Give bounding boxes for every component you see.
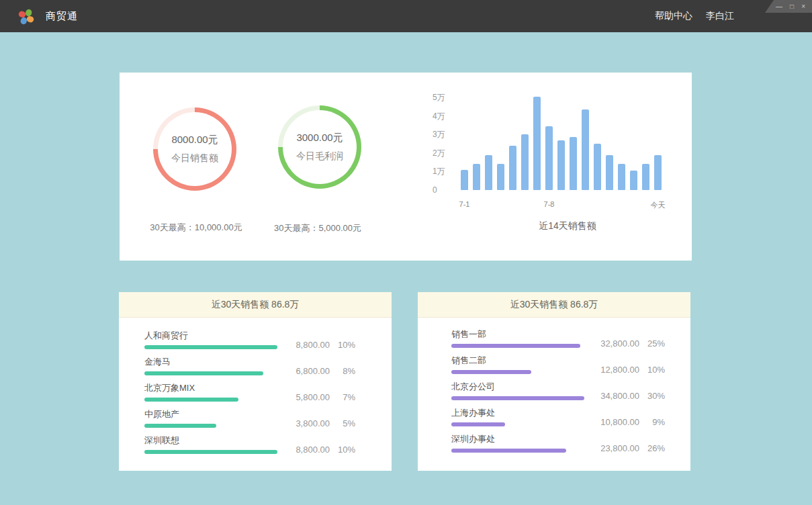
sales-bar	[557, 140, 565, 191]
rank-row: 北京万象MIX5,800.007%	[144, 383, 355, 409]
x-axis-label: 7-8	[544, 200, 555, 208]
titlebar: 商贸通 帮助中心 李白江 — □ ×	[0, 0, 812, 32]
rank-percent: 5%	[330, 418, 355, 428]
rank-values: 34,800.0030%	[592, 391, 665, 401]
customer-rank-list: 人和商贸行8,800.0010%金海马6,800.008%北京万象MIX5,80…	[119, 318, 392, 461]
rank-bar	[451, 370, 531, 374]
rank-bar	[144, 398, 238, 402]
customer-rank-card: 近30天销售额 86.8万 人和商贸行8,800.0010%金海马6,800.0…	[119, 292, 392, 471]
pinwheel-logo-icon	[17, 7, 35, 25]
rank-bar	[451, 396, 584, 400]
rank-values: 12,800.0010%	[592, 365, 665, 375]
rank-values: 6,800.008%	[283, 366, 355, 376]
today-profit-donut-center: 3000.00元 今日毛利润	[283, 110, 357, 184]
rank-amount: 23,800.00	[592, 443, 639, 453]
today-profit-value: 3000.00元	[296, 132, 343, 144]
sales-bar	[642, 164, 649, 190]
rank-amount: 10,800.00	[592, 417, 639, 427]
y-axis-tick: 0	[433, 185, 459, 195]
rank-row: 金海马6,800.008%	[144, 357, 355, 383]
maximize-button[interactable]: □	[790, 3, 794, 10]
app-title: 商贸通	[46, 0, 78, 32]
y-axis-tick: 4万	[433, 111, 459, 121]
rank-amount: 5,800.00	[283, 392, 330, 402]
rank-amount: 8,800.00	[283, 445, 330, 455]
rank-row: 人和商贸行8,800.0010%	[144, 330, 355, 357]
rank-percent: 30%	[639, 391, 665, 401]
minimize-button[interactable]: —	[776, 3, 782, 10]
rank-values: 5,800.007%	[283, 392, 355, 402]
rank-row: 销售二部12,800.0010%	[451, 355, 665, 381]
sales-bar	[582, 109, 589, 190]
bar-chart-caption: 近14天销售额	[539, 220, 596, 232]
sales-bar	[497, 164, 504, 190]
rank-row: 深圳办事处23,800.0026%	[451, 434, 665, 460]
sales-bar	[654, 155, 662, 190]
rank-percent: 9%	[639, 417, 665, 427]
y-axis-tick: 1万	[433, 167, 459, 176]
x-axis-label: 今天	[651, 200, 666, 210]
rank-row: 销售一部32,800.0025%	[451, 329, 665, 355]
overview-card: 8000.00元 今日销售额 30天最高：10,000.00元 3000.00元…	[120, 73, 692, 261]
close-button[interactable]: ×	[801, 3, 805, 10]
rank-percent: 8%	[330, 366, 355, 376]
rank-percent: 26%	[639, 443, 665, 453]
rank-bar	[451, 344, 580, 348]
rank-row: 中原地产3,800.005%	[144, 409, 355, 435]
rank-bar	[144, 345, 277, 349]
today-profit-donut: 3000.00元 今日毛利润	[278, 105, 361, 189]
rank-percent: 25%	[639, 338, 665, 349]
rank-percent: 7%	[330, 392, 355, 402]
sales-bar	[509, 146, 516, 190]
today-sales-donut: 8000.00元 今日销售额	[153, 107, 236, 191]
today-sales-donut-center: 8000.00元 今日销售额	[158, 112, 232, 186]
rank-amount: 3,800.00	[283, 418, 330, 428]
bar-chart-x-axis: 7-17-8今天	[461, 200, 662, 210]
customer-rank-title: 近30天销售额 86.8万	[119, 292, 392, 318]
user-menu[interactable]: 李白江	[706, 10, 734, 22]
rank-bar	[451, 449, 566, 453]
rank-row: 深圳联想8,800.0010%	[144, 435, 355, 461]
rank-values: 8,800.0010%	[283, 445, 355, 455]
help-center-link[interactable]: 帮助中心	[655, 10, 692, 22]
rank-percent: 10%	[330, 340, 355, 350]
rank-amount: 34,800.00	[592, 391, 639, 401]
department-rank-list: 销售一部32,800.0025%销售二部12,800.0010%北京分公司34,…	[418, 318, 690, 460]
sales-bar	[485, 155, 492, 190]
rank-bar	[451, 422, 505, 426]
sales-bar	[533, 97, 541, 190]
rank-percent: 10%	[330, 445, 355, 455]
sales-bar	[630, 171, 637, 190]
sales-bar	[545, 126, 553, 190]
sales-bar	[594, 144, 601, 190]
sales-bar	[461, 170, 468, 190]
daily-sales-bar-chart	[461, 97, 662, 190]
x-axis-label: 7-1	[459, 200, 470, 208]
sales-bar	[606, 155, 613, 190]
rank-bar	[144, 450, 277, 454]
titlebar-right: 帮助中心 李白江	[655, 0, 734, 32]
department-rank-card: 近30天销售额 86.8万 销售一部32,800.0025%销售二部12,800…	[418, 292, 690, 471]
rank-values: 8,800.0010%	[283, 340, 355, 350]
sales-bar	[521, 134, 529, 190]
rank-percent: 10%	[639, 365, 665, 375]
y-axis-tick: 3万	[433, 130, 459, 139]
y-axis-tick: 2万	[433, 148, 459, 158]
rank-values: 32,800.0025%	[592, 338, 665, 349]
app-window: 商贸通 帮助中心 李白江 — □ × 8000.00元 今日销售额 30天最高：…	[0, 0, 812, 505]
today-profit-label: 今日毛利润	[296, 150, 343, 163]
y-axis-tick: 5万	[433, 93, 459, 102]
sales-bar	[618, 164, 625, 190]
rank-bar	[144, 371, 263, 375]
today-sales-label: 今日销售额	[171, 152, 218, 165]
today-profit-30d-max: 30天最高：5,000.00元	[217, 222, 418, 234]
rank-row: 上海办事处10,800.009%	[451, 408, 665, 434]
rank-row: 北京分公司34,800.0030%	[451, 381, 665, 408]
rank-amount: 6,800.00	[283, 366, 330, 376]
window-controls: — □ ×	[765, 0, 812, 13]
rank-values: 10,800.009%	[592, 417, 665, 427]
rank-bar	[144, 424, 216, 428]
rank-values: 23,800.0026%	[592, 443, 665, 453]
department-rank-title: 近30天销售额 86.8万	[418, 292, 690, 318]
rank-amount: 32,800.00	[592, 338, 639, 349]
